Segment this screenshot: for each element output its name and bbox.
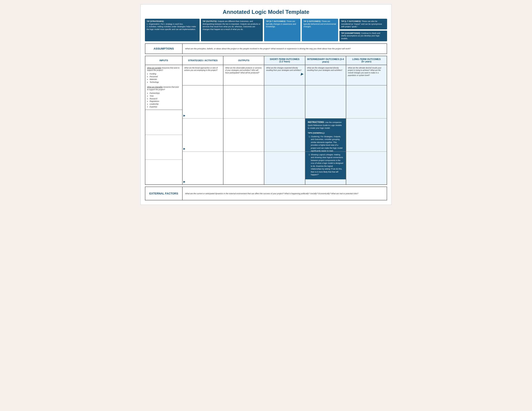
tip-assumptions: TIP (ASSUMPTIONS): Continue to check and… — [339, 31, 387, 41]
col-longterm-body: What are the ultimate desired results yo… — [346, 65, 387, 185]
external-content: What are the current or anticipated dyna… — [183, 187, 387, 200]
inputs-desc: What are tangible resources that exist t… — [145, 65, 182, 110]
empty-cell — [223, 85, 264, 119]
outputs-empty-cells — [223, 85, 264, 185]
tips-row: TIP (STRATEGIES): 1. Organization: Put 1… — [145, 19, 387, 41]
empty-cell — [264, 85, 305, 119]
list-item: Partnerships — [150, 92, 180, 95]
empty-cell — [346, 118, 387, 151]
list-item: Funding — [150, 73, 180, 75]
list-item: Personnel — [150, 75, 180, 78]
empty-cell — [145, 110, 182, 135]
empty-cell — [264, 118, 305, 151]
col-strategies-body: What are the broad approaches or sets of… — [183, 65, 223, 185]
list-item: Research — [150, 97, 180, 100]
tip-st-label: TIP (S-T OUTCOMES): — [266, 20, 286, 22]
intermediary-empty-cells: INSTRUCTIONS: Use the companion Quick Re… — [305, 85, 346, 185]
list-item: Technology — [150, 81, 180, 84]
assumptions-content: What are the principles, beliefs, or ide… — [183, 44, 387, 54]
list-item: Clustering: For Strategies, Outputs, and… — [311, 135, 343, 152]
external-factors-row: EXTERNAL FACTORS What are the current or… — [145, 187, 387, 200]
list-item: Materials — [150, 78, 180, 81]
empty-cell — [305, 151, 346, 185]
inputs-tangible-list: Funding Personnel Materials Technology — [150, 73, 180, 83]
empty-cell — [264, 151, 305, 185]
longterm-desc: What are the ultimate desired results yo… — [346, 65, 387, 85]
tip-i-outcomes: TIP (I OUTCOMES): These are typically be… — [302, 19, 338, 41]
col-intermediary-body: What are the changes expected directly r… — [305, 65, 346, 185]
col-short-body: What are the changes expected directly r… — [264, 65, 305, 185]
outputs-desc: What are the observable products or serv… — [223, 65, 264, 85]
header-row: INPUTS STRATEGIES / ACTIVITIES OUTPUTS S… — [145, 56, 387, 65]
col-outputs-body: What are the observable products or serv… — [223, 65, 264, 185]
empty-cell — [223, 118, 264, 151]
col-header-short: SHORT-TERM OUTCOMES (1-2 Years) — [264, 56, 305, 65]
col-header-strategies: STRATEGIES / ACTIVITIES — [183, 56, 223, 65]
arrow-icon: ▶ — [183, 114, 185, 117]
empty-cell — [305, 85, 346, 119]
page-container: Annotated Logic Model Template TIP (STRA… — [141, 4, 391, 205]
inputs-intangible-list: Partnerships Time Research Regulations L… — [150, 92, 180, 108]
short-desc: What are the changes expected directly r… — [264, 65, 305, 85]
tip-outputs-label: TIP (OUTPUTS): — [203, 20, 217, 22]
arrow-right: ▶ — [301, 72, 303, 76]
empty-cell — [145, 135, 182, 159]
list-item: Time — [150, 95, 180, 97]
content-rows: What are tangible resources that exist t… — [145, 65, 387, 185]
inputs-tangible-desc: What are tangible resources that exist t… — [147, 67, 179, 72]
tip-i-label: TIP (I OUTCOMES): — [304, 20, 321, 22]
empty-cell: INSTRUCTIONS: Use the companion Quick Re… — [305, 118, 346, 151]
assumptions-label: ASSUMPTIONS — [145, 44, 183, 54]
col-header-intermediary: INTERMEDIARY OUTCOMES (3-4 years) — [305, 56, 346, 65]
strategies-desc: What are the broad approaches or sets of… — [183, 65, 223, 85]
inputs-empty-cells — [145, 110, 182, 185]
tips-general-title: TIPS (GENERAL): — [308, 131, 343, 134]
tip-strategies-content: 1. Organization: Put 1 strategy in each … — [147, 23, 196, 30]
instructions-title2: NSTRUCTIONS: — [308, 121, 325, 123]
list-item: Regulations — [150, 100, 180, 103]
page-title: Annotated Logic Model Template — [145, 9, 387, 15]
longterm-empty-cells — [346, 85, 387, 185]
main-table: INPUTS STRATEGIES / ACTIVITIES OUTPUTS S… — [145, 56, 387, 185]
empty-cell — [145, 159, 182, 185]
short-empty-cells — [264, 85, 305, 185]
col-header-inputs: INPUTS — [145, 56, 183, 65]
empty-cell — [346, 151, 387, 185]
external-label: EXTERNAL FACTORS — [145, 187, 183, 200]
arrow-icon: ▶ — [183, 147, 185, 151]
empty-cell — [346, 85, 387, 119]
tip-lt-label: TIP (L-T OUTCOMES): — [341, 20, 361, 22]
list-item: Expertise — [150, 105, 180, 108]
col-header-outputs: OUTPUTS — [223, 56, 264, 65]
empty-cell: ▶ — [183, 118, 223, 151]
short-desc-text: What are the changes expected directly r… — [266, 67, 301, 72]
tip-assumptions-label: TIP (ASSUMPTIONS): — [341, 32, 361, 34]
empty-cell: ▶ — [183, 85, 223, 119]
arrow-icon: ▶ — [183, 180, 185, 184]
assumptions-row: ASSUMPTIONS What are the principles, bel… — [145, 43, 387, 54]
col-inputs-body: What are tangible resources that exist t… — [145, 65, 183, 185]
empty-cell — [223, 151, 264, 185]
tip-strategies-label: TIP (STRATEGIES): — [147, 20, 164, 22]
intermediary-desc: What are the changes expected directly r… — [305, 65, 346, 85]
strategies-empty-cells: ▶ ▶ ▶ — [183, 85, 223, 185]
inputs-intangible-desc: What are intangible resources that exist… — [147, 86, 179, 91]
tip-strategies: TIP (STRATEGIES): 1. Organization: Put 1… — [145, 19, 200, 41]
tip-st-outcomes: TIP (S-T OUTCOMES): These are typically … — [264, 19, 301, 41]
tip-outputs: TIP (OUTPUTS): Outputs are different tha… — [201, 19, 263, 41]
tip-lt-outcomes: TIP (L-T OUTCOMES): These can also be co… — [339, 19, 387, 29]
col-header-longterm: LONG-TERM OUTCOMES (5+ years) — [346, 56, 387, 65]
list-item: Leadership — [150, 103, 180, 105]
empty-cell: ▶ — [183, 151, 223, 185]
